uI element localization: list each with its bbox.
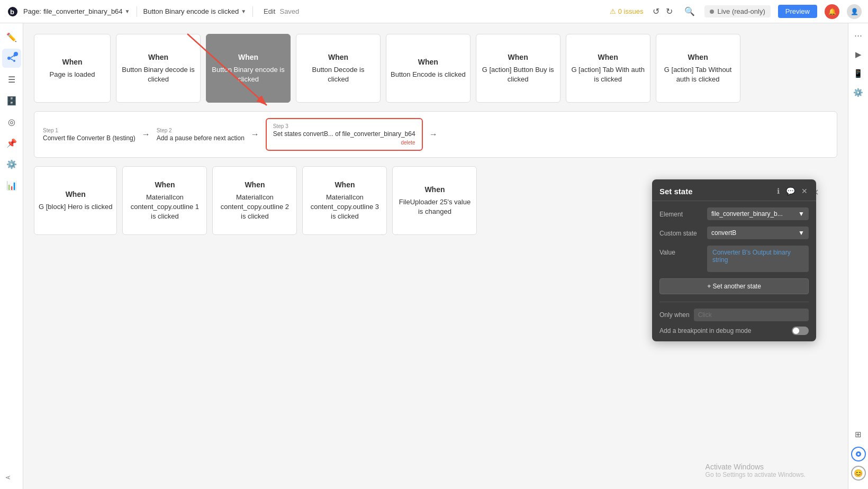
page-name[interactable]: file_converter_binary_b64	[43, 7, 123, 15]
rs-icon-gear[interactable]: ⚙️	[851, 85, 866, 101]
step-3-box[interactable]: Step 3 Set states convertB... of file_co…	[266, 118, 423, 151]
custom-state-label: Custom state	[659, 227, 707, 237]
step-2-text: Add a pause before next action	[157, 134, 245, 142]
warning-icon: ⚠	[610, 7, 616, 15]
edit-button[interactable]: Edit	[264, 7, 275, 15]
workflow-row-1: When Page is loaded When Button Binary d…	[34, 34, 837, 103]
element-dropdown[interactable]: file_converter_binary_b... ▼	[707, 207, 809, 220]
user-avatar[interactable]: 👤	[847, 4, 862, 19]
steps-row: Step 1 Convert file Converter B (testing…	[34, 111, 837, 158]
value-label: Value	[659, 246, 707, 256]
debug-label: Add a breakpoint in debug mode	[659, 327, 788, 334]
element-row: Element file_converter_binary_b... ▼	[659, 207, 809, 220]
sidebar-icon-plugins[interactable]: ◎	[2, 112, 21, 131]
panel-comment-button[interactable]: 💬	[785, 186, 796, 196]
sidebar-icon-pin[interactable]: 📌	[2, 133, 21, 152]
value-row: Value Converter B's Output binary string	[659, 246, 809, 272]
issues-indicator[interactable]: ⚠ 0 issues	[610, 7, 644, 15]
event-dropdown-icon[interactable]: ▼	[241, 8, 246, 14]
workflow-card-encode[interactable]: When Button Encode is clicked	[386, 34, 471, 103]
workflow-card-binary-encode[interactable]: When Button Binary encode is clicked	[206, 34, 291, 103]
sidebar-icon-data[interactable]: 🗄️	[2, 91, 21, 110]
event-name: Button Binary encode is clicked	[143, 7, 239, 15]
card-when-label: When	[508, 52, 528, 63]
sidebar-icon-chart[interactable]: 📊	[2, 176, 21, 195]
step-1-box[interactable]: Step 1 Convert file Converter B (testing…	[43, 128, 135, 142]
card-when-label: When	[245, 180, 265, 191]
step-3-delete[interactable]: delete	[273, 140, 415, 146]
workflow-card-buy[interactable]: When G [action] Button Buy is clicked	[476, 34, 560, 103]
panel-info-button[interactable]: ℹ	[776, 186, 781, 196]
workflow-card-tab-noauth[interactable]: When G [action] Tab Without auth is clic…	[656, 34, 740, 103]
activate-line2: Go to Settings to activate Windows.	[706, 471, 806, 478]
step-arrow-1: →	[142, 130, 150, 139]
workflow-card-fileuploader[interactable]: When FileUploader 25's value is changed	[392, 166, 477, 235]
rs-icon-grid[interactable]: ⊞	[851, 427, 866, 442]
search-button[interactable]: 🔍	[682, 4, 697, 19]
topbar: b Page: file_converter_binary_b64 ▼ Butt…	[0, 0, 868, 23]
svg-text:b: b	[10, 8, 14, 16]
rs-icon-face[interactable]: 😊	[851, 466, 866, 481]
value-content[interactable]: Converter B's Output binary string	[707, 246, 809, 272]
panel-header: Set state ℹ 💬 ✕	[652, 179, 816, 201]
sidebar-icon-settings[interactable]: ⚙️	[2, 155, 21, 174]
card-when-label: When	[148, 52, 168, 63]
custom-state-row: Custom state convertB ▼	[659, 227, 809, 239]
main-layout: ✏️ ☰ 🗄️ ◎ 📌 ⚙️ 📊 A	[0, 23, 868, 489]
sidebar-bottom-label: A	[10, 475, 13, 481]
avatar-notifications[interactable]: 🔔	[825, 4, 839, 19]
step-1-text: Convert file Converter B (testing)	[43, 134, 135, 142]
svg-point-4	[13, 60, 15, 62]
set-another-button[interactable]: + Set another state	[659, 278, 809, 294]
rs-icon-phone[interactable]: 📱	[851, 66, 866, 82]
activate-windows-watermark: Activate Windows Go to Settings to activ…	[706, 463, 806, 478]
workflow-card-decode[interactable]: When Button Decode is clicked	[296, 34, 381, 103]
rs-icon-dots[interactable]: ⋯	[851, 28, 866, 43]
workflow-card-material-1[interactable]: When MaterialIcon content_copy.outline 1…	[122, 166, 207, 235]
panel-body: Element file_converter_binary_b... ▼ Cus…	[652, 201, 816, 341]
card-event-text: G [action] Tab Without auth is clicked	[661, 65, 736, 84]
preview-button[interactable]: Preview	[778, 5, 817, 18]
value-box[interactable]: Converter B's Output binary string	[707, 246, 809, 272]
debug-toggle[interactable]	[792, 327, 809, 335]
custom-state-value: convertB	[711, 229, 736, 237]
workflow-card-material-3[interactable]: When MaterialIcon content_copy.outline 3…	[302, 166, 387, 235]
card-when-label: When	[62, 57, 82, 68]
undo-button[interactable]: ↺	[650, 4, 662, 19]
page-dropdown-icon[interactable]: ▼	[125, 8, 130, 14]
step-1-label: Step 1	[43, 128, 135, 133]
card-event-text: MaterialIcon content_copy.outline 2 is c…	[217, 193, 292, 222]
app-logo: b	[6, 5, 19, 18]
activate-line1: Activate Windows	[706, 463, 806, 471]
svg-line-6	[11, 59, 13, 60]
page-label: Page:	[23, 7, 41, 15]
topbar-right: ⚠ 0 issues ↺ ↻ 🔍 Live (read-only) Previe…	[610, 4, 862, 19]
redo-button[interactable]: ↻	[664, 4, 675, 19]
step-2-box[interactable]: Step 2 Add a pause before next action	[157, 128, 245, 142]
workflow-card-binary-decode[interactable]: When Button Binary decode is clicked	[116, 34, 201, 103]
rs-icon-circle-blue[interactable]	[851, 447, 866, 461]
card-event-text: MaterialIcon content_copy.outline 3 is c…	[307, 193, 382, 222]
rs-icon-video[interactable]: ▶	[851, 47, 866, 62]
sidebar-icon-workflows[interactable]	[2, 49, 21, 68]
custom-state-dropdown-inner[interactable]: convertB ▼	[707, 227, 809, 239]
card-when-label: When	[688, 52, 708, 63]
workflow-card-page-loaded[interactable]: When Page is loaded	[34, 34, 111, 103]
workflow-card-material-2[interactable]: When MaterialIcon content_copy.outline 2…	[212, 166, 297, 235]
element-dropdown-inner[interactable]: file_converter_binary_b... ▼	[707, 207, 809, 220]
element-label: Element	[659, 207, 707, 218]
sidebar-icon-edit[interactable]: ✏️	[2, 28, 21, 47]
panel-close-button[interactable]: ✕	[800, 186, 809, 196]
live-indicator: Live (read-only)	[704, 5, 770, 17]
card-event-text: MaterialIcon content_copy.outline 1 is c…	[127, 193, 202, 222]
only-when-input[interactable]	[694, 309, 809, 321]
step-arrow-3: →	[429, 130, 438, 139]
card-when-label: When	[238, 52, 258, 63]
svg-point-2	[7, 57, 11, 60]
custom-state-dropdown[interactable]: convertB ▼	[707, 227, 809, 239]
sidebar-icon-elements[interactable]: ☰	[2, 70, 21, 89]
event-selector[interactable]: Button Binary encode is clicked ▼	[143, 7, 247, 15]
workflow-card-hero[interactable]: When G [block] Hero is clicked	[34, 166, 117, 235]
workflow-card-tab-auth[interactable]: When G [action] Tab With auth is clicked	[566, 34, 650, 103]
panel-title: Set state	[659, 187, 772, 196]
